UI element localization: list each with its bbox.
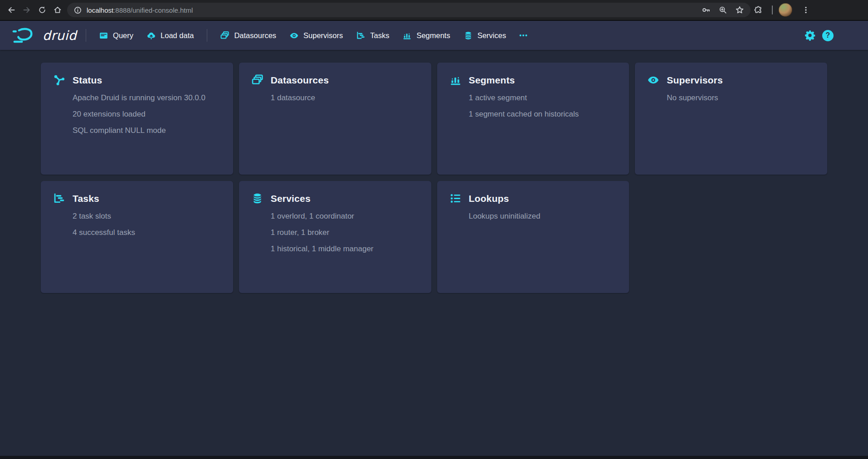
- card-status[interactable]: Status Apache Druid is running version 3…: [41, 63, 233, 175]
- bar-chart-icon: [403, 31, 411, 40]
- back-icon[interactable]: [4, 2, 19, 18]
- druid-logo-icon: [12, 26, 38, 44]
- card-title: Datasources: [271, 75, 329, 86]
- multi-pane-icon: [220, 31, 229, 40]
- card-line: Lookups uninitialized: [469, 212, 617, 221]
- card-header: Lookups: [450, 193, 617, 204]
- card-line: 20 extensions loaded: [73, 110, 220, 119]
- nav-item-datasources[interactable]: Datasources: [214, 26, 283, 44]
- nav-item-tasks[interactable]: Tasks: [350, 26, 396, 44]
- card-header: Segments: [450, 74, 617, 86]
- browser-toolbar: localhost:8888/unified-console.html: [0, 0, 868, 21]
- card-datasources[interactable]: Datasources 1 datasource: [239, 63, 431, 175]
- help-button[interactable]: ?: [822, 30, 834, 41]
- nav-secondary-group: Datasources Supervisors Tasks Segments S…: [214, 26, 513, 44]
- reload-icon[interactable]: [34, 2, 50, 18]
- settings-cog-icon[interactable]: [804, 29, 816, 41]
- url-path: :8888/unified-console.html: [113, 6, 193, 14]
- card-title: Supervisors: [667, 75, 723, 86]
- card-line: 1 active segment: [469, 93, 617, 103]
- nav-item-label: Load data: [161, 31, 194, 40]
- bottom-strip: [0, 456, 868, 459]
- page-info-icon[interactable]: [73, 6, 82, 15]
- card-tasks[interactable]: Tasks 2 task slots4 successful tasks: [41, 181, 233, 293]
- druid-navbar: druid Query Load data Datasources Superv…: [0, 21, 868, 50]
- card-header: Supervisors: [648, 74, 814, 86]
- card-line: 1 router, 1 broker: [271, 228, 419, 237]
- druid-logo[interactable]: druid: [9, 26, 79, 44]
- nav-item-label: Datasources: [234, 31, 276, 40]
- navbar-right: ?: [804, 29, 859, 41]
- graph-icon: [54, 74, 65, 86]
- card-line: SQL compliant NULL mode: [73, 126, 220, 135]
- database-icon: [464, 31, 473, 40]
- forward-icon[interactable]: [19, 2, 34, 18]
- card-line: 1 historical, 1 middle manager: [271, 244, 419, 254]
- navbar-separator: [86, 29, 86, 42]
- address-bar-actions: [702, 5, 744, 15]
- database-icon: [252, 193, 263, 204]
- card-header: Status: [54, 74, 220, 86]
- card-line: No supervisors: [667, 93, 814, 103]
- nav-more-button[interactable]: [513, 26, 534, 44]
- nav-item-label: Supervisors: [303, 31, 343, 40]
- gantt-chart-icon: [356, 31, 365, 40]
- card-header: Datasources: [252, 74, 419, 86]
- url-host: localhost: [87, 6, 113, 14]
- card-line: 1 datasource: [271, 93, 419, 103]
- gantt-chart-icon: [54, 193, 65, 204]
- more-icon: [519, 31, 528, 40]
- navbar-separator: [207, 29, 207, 42]
- card-title: Services: [271, 193, 311, 204]
- card-line: 1 overlord, 1 coordinator: [271, 212, 419, 221]
- nav-item-label: Tasks: [370, 31, 389, 40]
- browser-menu-icon[interactable]: [798, 2, 814, 18]
- card-title: Lookups: [469, 193, 509, 204]
- nav-primary-group: Query Load data: [93, 26, 200, 44]
- application-icon: [99, 31, 108, 40]
- help-glyph: ?: [826, 31, 830, 39]
- card-line: 2 task slots: [73, 212, 220, 221]
- nav-item-services[interactable]: Services: [457, 26, 513, 44]
- card-title: Tasks: [73, 193, 99, 204]
- card-header: Tasks: [54, 193, 220, 204]
- card-line: 4 successful tasks: [73, 228, 220, 237]
- card-segments[interactable]: Segments 1 active segment1 segment cache…: [437, 63, 629, 175]
- profile-avatar[interactable]: [779, 3, 792, 17]
- brand-wordmark: druid: [43, 28, 77, 43]
- card-header: Services: [252, 193, 419, 204]
- nav-item-load-data[interactable]: Load data: [140, 26, 200, 44]
- bar-chart-icon: [450, 74, 461, 86]
- nav-item-label: Services: [478, 31, 506, 40]
- card-line: 1 segment cached on historicals: [469, 110, 617, 119]
- url-text: localhost:8888/unified-console.html: [87, 6, 696, 14]
- card-line: Apache Druid is running version 30.0.0: [73, 93, 220, 103]
- zoom-icon[interactable]: [718, 5, 727, 15]
- nav-item-segments[interactable]: Segments: [396, 26, 457, 44]
- card-supervisors[interactable]: Supervisors No supervisors: [635, 63, 827, 175]
- toolbar-right: [751, 2, 814, 18]
- nav-item-label: Query: [113, 31, 133, 40]
- multi-pane-icon: [252, 74, 263, 86]
- eye-icon: [648, 74, 659, 86]
- card-lookups[interactable]: Lookups Lookups uninitialized: [437, 181, 629, 293]
- card-title: Status: [73, 75, 102, 86]
- home-view: Status Apache Druid is running version 3…: [0, 50, 868, 456]
- password-key-icon[interactable]: [702, 5, 711, 15]
- eye-icon: [290, 31, 298, 40]
- toolbar-separator: [772, 5, 773, 15]
- home-icon[interactable]: [50, 2, 65, 18]
- properties-icon: [450, 193, 461, 204]
- card-title: Segments: [469, 75, 515, 86]
- nav-item-query[interactable]: Query: [93, 26, 140, 44]
- app-window: localhost:8888/unified-console.html: [0, 0, 868, 459]
- card-services[interactable]: Services 1 overlord, 1 coordinator1 rout…: [239, 181, 431, 293]
- extensions-icon[interactable]: [751, 2, 766, 18]
- cloud-upload-icon: [147, 31, 156, 40]
- bookmark-star-icon[interactable]: [735, 5, 744, 15]
- address-bar[interactable]: localhost:8888/unified-console.html: [67, 3, 751, 17]
- nav-item-supervisors[interactable]: Supervisors: [283, 26, 350, 44]
- nav-item-label: Segments: [416, 31, 450, 40]
